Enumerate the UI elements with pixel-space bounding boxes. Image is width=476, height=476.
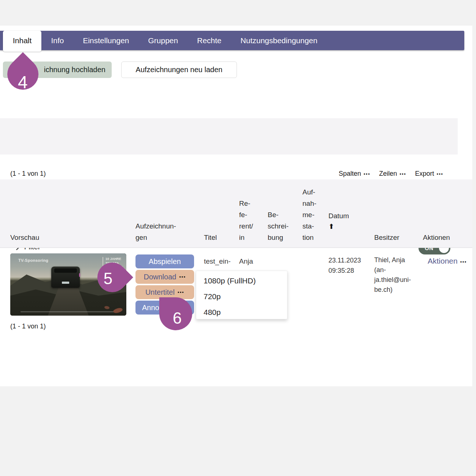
cell-besitzer: Thiel, Anja (an- ja.thiel@uni- be.ch) [374, 255, 418, 295]
step-marker-5-number: 5 [104, 269, 112, 288]
ellipsis-icon: ••• [460, 259, 467, 265]
menu-item-720p[interactable]: 720p [196, 289, 287, 304]
tab-info[interactable]: Info [41, 31, 73, 50]
row-actions-button[interactable]: Aktionen ••• [428, 257, 467, 265]
filter-panel: Filter Titel: test ON [0, 118, 458, 155]
header-aufzeichnungen[interactable]: Aufzeichnun- gen [135, 220, 176, 243]
export-menu-button[interactable]: Export ••• [415, 170, 443, 178]
download-resolution-menu: 1080p (FullHD) 720p 480p [196, 271, 287, 319]
header-titel[interactable]: Titel [204, 232, 217, 243]
table-header: Vorschau Aufzeichnun- gen Titel Re- fe- … [0, 179, 472, 248]
header-referent[interactable]: Re- fe- rent/ in [239, 198, 253, 243]
header-aktionen: Aktionen [423, 232, 450, 243]
tab-inhalt[interactable]: Inhalt [3, 31, 41, 52]
ellipsis-icon: ••• [399, 171, 406, 177]
top-navbar: Inhalt Info Einstellungen Gruppen Rechte… [0, 31, 464, 50]
car-window [54, 268, 77, 273]
header-datum-label: Datum [328, 212, 349, 220]
car-license-plate [62, 282, 69, 284]
download-button[interactable]: Download ••• [135, 270, 194, 284]
car-image [51, 267, 80, 288]
menu-item-480p[interactable]: 480p [196, 304, 287, 320]
thumbnail-fineprint [21, 311, 116, 312]
row-actions-label: Aktionen [428, 257, 458, 265]
car-light [79, 273, 80, 277]
thumbnail-caption-left: TV-Sponsoring [18, 258, 48, 263]
result-count-top: (1 - 1 von 1) [10, 170, 46, 178]
reload-recordings-button[interactable]: Aufzeichnungen neu laden [121, 62, 237, 78]
header-besitzer[interactable]: Besitzer [374, 232, 399, 243]
rows-label: Zeilen [379, 170, 397, 178]
header-datum-sort[interactable]: Datum ⬆ [328, 199, 349, 243]
tab-einstellungen[interactable]: Einstellungen [73, 31, 138, 50]
ellipsis-icon: ••• [436, 171, 443, 177]
download-label: Download [144, 273, 176, 281]
header-beschreibung[interactable]: Be- schrei- bung [268, 209, 289, 243]
header-vorschau[interactable]: Vorschau [10, 232, 39, 243]
header-aufnahmestation[interactable]: Auf- nah- me- sta- tion [302, 186, 316, 243]
export-label: Export [415, 170, 434, 178]
ellipsis-icon: ••• [364, 171, 370, 177]
cell-datum: 23.11.2023 09:35:28 [328, 255, 361, 276]
step-marker-6-number: 6 [173, 309, 182, 327]
columns-menu-button[interactable]: Spalten ••• [339, 170, 370, 178]
step-marker-4-number: 4 [18, 72, 28, 92]
table-controls: Spalten ••• Zeilen ••• Export ••• [339, 170, 443, 178]
subtitles-label: Untertitel [145, 288, 175, 297]
menu-item-1080p[interactable]: 1080p (FullHD) [196, 273, 287, 289]
play-button[interactable]: Abspielen [135, 254, 194, 268]
tab-gruppen[interactable]: Gruppen [139, 31, 188, 50]
tab-rechte[interactable]: Rechte [187, 31, 231, 50]
tab-nutzungsbedingungen[interactable]: Nutzungsbedingungen [231, 31, 327, 50]
ellipsis-icon: ••• [179, 274, 186, 280]
ellipsis-icon: ••• [178, 290, 184, 295]
sort-ascending-icon: ⬆ [328, 222, 349, 232]
rows-menu-button[interactable]: Zeilen ••• [379, 170, 406, 178]
result-count-bottom: (1 - 1 von 1) [10, 323, 46, 330]
columns-label: Spalten [339, 170, 361, 178]
